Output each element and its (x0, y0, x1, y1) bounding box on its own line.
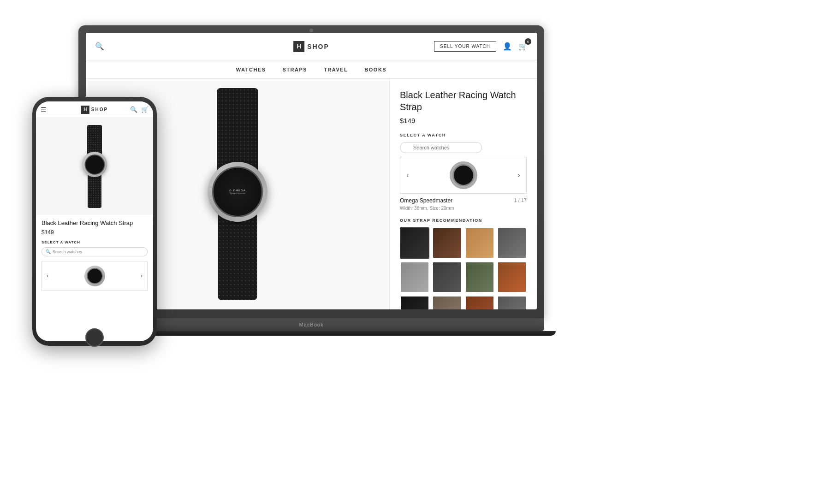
nav-item-books[interactable]: BOOKS (364, 67, 386, 72)
strap-grid (400, 227, 527, 309)
strap-item-8[interactable] (497, 261, 527, 293)
site-logo-box: H (293, 41, 304, 52)
strap-swatch-charcoal (433, 262, 461, 292)
nav-item-straps[interactable]: STRAPS (283, 67, 308, 72)
strap-swatch-gray (401, 262, 428, 292)
site-header-right: SELL YOUR WATCH 👤 🛒 6 (434, 41, 528, 52)
phone-device: ☰ H SHOP 🔍 🛒 (32, 97, 157, 346)
strap-item-7[interactable] (465, 261, 494, 293)
nav-item-watches[interactable]: WATCHES (236, 67, 266, 72)
phone-screen: ☰ H SHOP 🔍 🛒 (36, 101, 153, 341)
phone-watch-case (82, 152, 107, 177)
strap-swatch-dark-brown (433, 228, 461, 258)
phone-product-details: Black Leather Racing Watch Strap $149 SE… (36, 215, 153, 296)
strap-swatch-taupe (433, 296, 461, 309)
phone-menu-icon[interactable]: ☰ (41, 106, 47, 113)
cart-badge: 6 (525, 38, 531, 45)
watch-case: Ω OMEGA Speedmaster (208, 162, 267, 222)
phone-product-price: $149 (42, 229, 148, 236)
product-title: Black Leather Racing Watch Strap (400, 89, 527, 113)
phone-strap-bottom (88, 173, 101, 208)
strap-item-1[interactable] (400, 227, 429, 259)
phone-carousel-prev-button[interactable]: ‹ (42, 261, 53, 291)
phone-carousel-watch-display (53, 266, 136, 286)
phone-home-button[interactable] (85, 328, 104, 347)
strap-swatch-olive (466, 262, 493, 292)
strap-item-2[interactable] (432, 227, 462, 259)
phone-logo: H SHOP (81, 106, 108, 114)
phone-logo-box: H (81, 106, 89, 114)
phone-search-text: Search watches (53, 249, 82, 254)
site-nav: WATCHES STRAPS TRAVEL BOOKS (86, 60, 537, 79)
strap-item-5[interactable] (400, 261, 429, 293)
strap-swatch-cognac (498, 262, 526, 292)
phone-search-bar[interactable]: 🔍 Search watches (42, 247, 148, 256)
phone-watch-carousel: ‹ › (42, 261, 148, 291)
watch-illustration: Ω OMEGA Speedmaster (173, 88, 302, 300)
phone-product-image (36, 118, 153, 215)
site-header: 🔍 H SHOP SELL YOUR WATCH 👤 🛒 6 (86, 33, 537, 60)
phone-header: ☰ H SHOP 🔍 🛒 (36, 101, 153, 118)
site-logo: H SHOP (293, 41, 329, 52)
phone-product-title: Black Leather Racing Watch Strap (42, 219, 148, 227)
phone-select-watch-label: SELECT A WATCH (42, 240, 148, 244)
phone-watch-illustration (71, 125, 118, 208)
account-icon[interactable]: 👤 (503, 42, 512, 51)
strap-item-4[interactable] (497, 227, 527, 259)
phone-search-icon-small: 🔍 (46, 249, 51, 254)
strap-swatch-brown2 (466, 296, 493, 309)
strap-item-9[interactable] (400, 296, 429, 309)
phone-carousel-next-button[interactable]: › (136, 261, 147, 291)
watch-selector-row (400, 142, 527, 153)
strap-swatch-dark-gray (498, 228, 526, 258)
carousel-prev-button[interactable]: ‹ (400, 157, 415, 193)
scene: ☰ H SHOP 🔍 🛒 (0, 0, 832, 504)
phone-carousel-watch-image (84, 266, 105, 286)
watch-info-row: Omega Speedmaster 1 / 17 (400, 197, 527, 204)
carousel-content (415, 161, 511, 189)
watch-dial: Ω OMEGA Speedmaster (212, 166, 263, 217)
laptop-brand-label: MacBook (299, 322, 324, 327)
carousel-watch-image (450, 161, 477, 189)
phone-logo-text: SHOP (91, 107, 108, 112)
phone-cart-icon[interactable]: 🛒 (141, 106, 149, 113)
product-price: $149 (400, 117, 527, 125)
phone-watch-dial (84, 154, 105, 175)
strap-item-3[interactable] (465, 227, 494, 259)
search-watches-input[interactable] (400, 142, 482, 153)
nav-item-travel[interactable]: TRAVEL (324, 67, 348, 72)
watch-specs: Width: 38mm, Size: 20mm (400, 206, 527, 211)
strap-swatch-black (401, 228, 428, 258)
watch-model-text: Speedmaster (229, 192, 245, 195)
watch-name: Omega Speedmaster (400, 197, 452, 204)
phone-header-right: 🔍 🛒 (130, 106, 149, 113)
cart-icon[interactable]: 🛒 6 (518, 42, 528, 51)
strap-swatch-tan (466, 228, 493, 258)
sell-watch-button[interactable]: SELL YOUR WATCH (434, 41, 496, 52)
site-logo-text: SHOP (307, 43, 329, 50)
strap-item-12[interactable] (497, 296, 527, 309)
strap-item-11[interactable] (465, 296, 494, 309)
carousel-watch-dial (452, 164, 475, 186)
watch-strap-bottom (218, 213, 257, 300)
strap-swatch-black2 (401, 296, 428, 309)
laptop-camera (309, 29, 313, 32)
phone-carousel-watch-dial (87, 268, 103, 284)
phone-search-icon[interactable]: 🔍 (130, 106, 137, 113)
strap-recommendation-label: OUR STRAP RECOMMENDATION (400, 218, 527, 223)
watch-carousel: ‹ › (400, 157, 527, 194)
phone-logo-letter: H (83, 107, 87, 112)
strap-item-10[interactable] (432, 296, 462, 309)
strap-item-6[interactable] (432, 261, 462, 293)
search-watches-wrapper (400, 142, 527, 153)
select-watch-label: SELECT A WATCH (400, 133, 527, 137)
carousel-next-button[interactable]: › (511, 157, 526, 193)
site-search-icon[interactable]: 🔍 (95, 42, 104, 51)
strap-swatch-dark-gray-2 (498, 296, 526, 309)
product-info-panel: Black Leather Racing Watch Strap $149 SE… (389, 79, 537, 309)
site-logo-letter: H (297, 43, 301, 50)
watch-counter: 1 / 17 (514, 197, 527, 203)
